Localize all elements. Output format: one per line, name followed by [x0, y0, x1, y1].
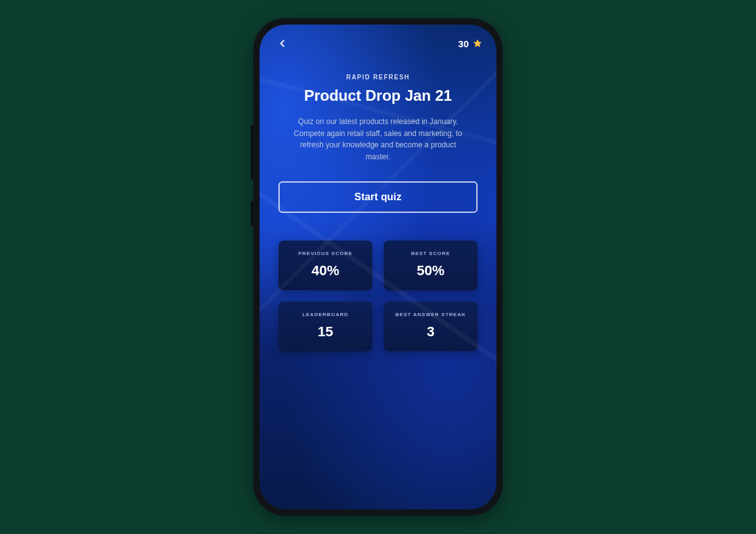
start-quiz-button[interactable]: Start quiz — [278, 181, 478, 213]
page-title: Product Drop Jan 21 — [278, 87, 478, 105]
stat-value: 3 — [390, 324, 471, 340]
stat-previous-score: PREVIOUS SCORE 40% — [278, 241, 372, 290]
phone-screen: 30 RAPID REFRESH Product Drop Jan 21 Qui… — [260, 25, 496, 509]
kicker-label: RAPID REFRESH — [278, 74, 478, 81]
stat-value: 15 — [285, 324, 366, 340]
stat-caption: PREVIOUS SCORE — [285, 251, 366, 256]
page-description: Quiz on our latest products released in … — [287, 116, 469, 162]
back-button[interactable] — [273, 35, 291, 52]
star-icon — [472, 38, 483, 48]
points-value: 30 — [458, 38, 469, 49]
stat-value: 50% — [390, 263, 471, 279]
stat-leaderboard: LEADERBOARD 15 — [278, 302, 372, 351]
stat-best-streak: BEST ANSWER STREAK 3 — [384, 302, 478, 351]
phone-frame: 30 RAPID REFRESH Product Drop Jan 21 Qui… — [253, 18, 503, 516]
stat-caption: BEST ANSWER STREAK — [390, 312, 471, 317]
power-button — [251, 201, 253, 226]
stats-grid: PREVIOUS SCORE 40% BEST SCORE 50% LEADER… — [260, 213, 496, 351]
chevron-left-icon — [277, 38, 288, 49]
stat-caption: LEADERBOARD — [285, 312, 366, 317]
stat-value: 40% — [285, 263, 366, 279]
points-badge: 30 — [458, 38, 483, 49]
volume-button — [251, 125, 253, 179]
stat-best-score: BEST SCORE 50% — [384, 241, 478, 290]
stat-caption: BEST SCORE — [390, 251, 471, 256]
top-bar: 30 — [260, 25, 496, 57]
hero-section: RAPID REFRESH Product Drop Jan 21 Quiz o… — [260, 57, 496, 213]
